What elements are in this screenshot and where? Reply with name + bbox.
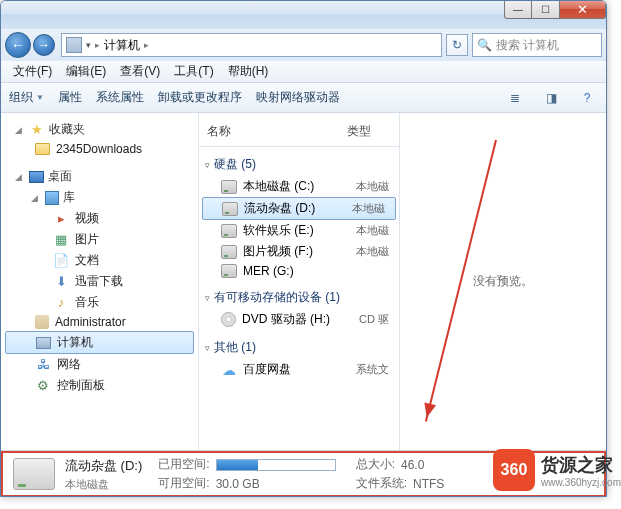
nav-item-control-panel[interactable]: ⚙控制面板 [1,375,198,396]
column-name[interactable]: 名称 [199,121,339,142]
window-buttons: — ☐ ✕ [504,1,606,19]
dvd-icon [221,312,236,327]
menu-view[interactable]: 查看(V) [114,61,166,82]
chevron-down-icon: ▼ [36,93,44,102]
nav-item-pictures[interactable]: ▦图片 [1,229,198,250]
music-icon: ♪ [53,295,69,311]
nav-item-music[interactable]: ♪音乐 [1,292,198,313]
used-label: 已用空间: [158,456,209,473]
help-button[interactable]: ? [576,87,598,109]
group-hdd[interactable]: ▿硬盘 (5) [199,153,399,176]
drive-dvd[interactable]: DVD 驱动器 (H:)CD 驱 [199,309,399,330]
breadcrumb[interactable]: ▾ ▸ 计算机 ▸ [61,33,442,57]
computer-icon [36,337,51,349]
collapse-icon: ▿ [205,343,210,353]
drive-icon [221,264,237,278]
nav-item-videos[interactable]: ▸视频 [1,208,198,229]
column-type[interactable]: 类型 [339,121,379,142]
download-icon: ⬇ [53,274,69,290]
breadcrumb-separator[interactable]: ▸ [95,40,100,50]
explorer-window: — ☐ ✕ ← → ▾ ▸ 计算机 ▸ ↻ 🔍 搜索 计算机 文件(F) 编辑(… [0,0,607,497]
favorites-header[interactable]: ◢★收藏夹 [1,119,198,140]
menu-file[interactable]: 文件(F) [7,61,58,82]
item-baidu[interactable]: ☁百度网盘系统文 [199,359,399,380]
nav-item-xunlei[interactable]: ⬇迅雷下载 [1,271,198,292]
drive-d[interactable]: 流动杂盘 (D:)本地磁 [202,197,396,220]
total-label: 总大小: [356,456,395,473]
nav-item-computer[interactable]: 计算机 [5,331,194,354]
free-value: 30.0 GB [216,477,260,491]
drive-icon [221,224,237,238]
menu-tools[interactable]: 工具(T) [168,61,219,82]
drive-g[interactable]: MER (G:) [199,262,399,280]
main-pane: 名称 类型 ▿硬盘 (5) 本地磁盘 (C:)本地磁 流动杂盘 (D:)本地磁 … [199,113,606,450]
system-properties-button[interactable]: 系统属性 [96,89,144,106]
library-header[interactable]: ◢库 [1,187,198,208]
chevron-down-icon[interactable]: ▾ [86,40,91,50]
usage-bar [216,459,336,471]
details-pane: 流动杂盘 (D:) 本地磁盘 已用空间: 可用空间:30.0 GB 总大小:46… [1,451,606,497]
search-input[interactable]: 🔍 搜索 计算机 [472,33,602,57]
preview-pane-button[interactable]: ◨ [540,87,562,109]
address-bar: ← → ▾ ▸ 计算机 ▸ ↻ 🔍 搜索 计算机 [1,29,606,61]
refresh-button[interactable]: ↻ [446,34,468,56]
document-icon: 📄 [53,253,69,269]
control-panel-icon: ⚙ [35,378,51,394]
cloud-icon: ☁ [221,362,237,378]
nav-item-downloads[interactable]: 2345Downloads [1,140,198,158]
organize-button[interactable]: 组织▼ [9,89,44,106]
drive-e[interactable]: 软件娱乐 (E:)本地磁 [199,220,399,241]
drive-c[interactable]: 本地磁盘 (C:)本地磁 [199,176,399,197]
collapse-icon: ◢ [15,125,25,135]
drive-icon [13,458,55,490]
library-icon [45,191,59,205]
nav-buttons: ← → [5,32,57,58]
nav-item-administrator[interactable]: Administrator [1,313,198,331]
close-button[interactable]: ✕ [560,1,606,19]
network-icon: 🖧 [35,357,51,373]
group-other[interactable]: ▿其他 (1) [199,336,399,359]
maximize-button[interactable]: ☐ [532,1,560,19]
group-removable[interactable]: ▿有可移动存储的设备 (1) [199,286,399,309]
collapse-icon: ▿ [205,293,210,303]
title-bar[interactable]: — ☐ ✕ [1,1,606,29]
toolbar: 组织▼ 属性 系统属性 卸载或更改程序 映射网络驱动器 ≣ ◨ ? [1,83,606,113]
back-button[interactable]: ← [5,32,31,58]
nav-item-network[interactable]: 🖧网络 [1,354,198,375]
total-value: 46.0 [401,458,424,472]
computer-icon [66,37,82,53]
star-icon: ★ [29,122,45,138]
nav-item-documents[interactable]: 📄文档 [1,250,198,271]
breadcrumb-location[interactable]: 计算机 [104,37,140,54]
breadcrumb-separator[interactable]: ▸ [144,40,149,50]
search-placeholder: 搜索 计算机 [496,37,559,54]
view-options-button[interactable]: ≣ [504,87,526,109]
drive-icon [222,202,238,216]
drive-f[interactable]: 图片视频 (F:)本地磁 [199,241,399,262]
menu-help[interactable]: 帮助(H) [222,61,275,82]
fs-value: NTFS [413,477,444,491]
desktop-icon [29,171,44,183]
desktop-header[interactable]: ◢桌面 [1,166,198,187]
preview-pane: 没有预览。 [399,113,606,450]
drive-icon [221,245,237,259]
preview-empty-text: 没有预览。 [473,273,533,290]
file-list[interactable]: 名称 类型 ▿硬盘 (5) 本地磁盘 (C:)本地磁 流动杂盘 (D:)本地磁 … [199,113,399,450]
map-drive-button[interactable]: 映射网络驱动器 [256,89,340,106]
column-headers: 名称 类型 [199,117,399,147]
menu-bar: 文件(F) 编辑(E) 查看(V) 工具(T) 帮助(H) [1,61,606,83]
folder-icon [35,143,50,155]
minimize-button[interactable]: — [504,1,532,19]
navigation-pane[interactable]: ◢★收藏夹 2345Downloads ◢桌面 ◢库 ▸视频 ▦图片 📄文档 ⬇… [1,113,199,450]
explorer-body: ◢★收藏夹 2345Downloads ◢桌面 ◢库 ▸视频 ▦图片 📄文档 ⬇… [1,113,606,451]
properties-button[interactable]: 属性 [58,89,82,106]
drive-icon [221,180,237,194]
collapse-icon: ▿ [205,160,210,170]
user-icon [35,315,49,329]
uninstall-button[interactable]: 卸载或更改程序 [158,89,242,106]
menu-edit[interactable]: 编辑(E) [60,61,112,82]
forward-button[interactable]: → [33,34,55,56]
free-label: 可用空间: [158,475,209,492]
collapse-icon: ◢ [31,193,41,203]
details-title: 流动杂盘 (D:) [65,457,142,475]
